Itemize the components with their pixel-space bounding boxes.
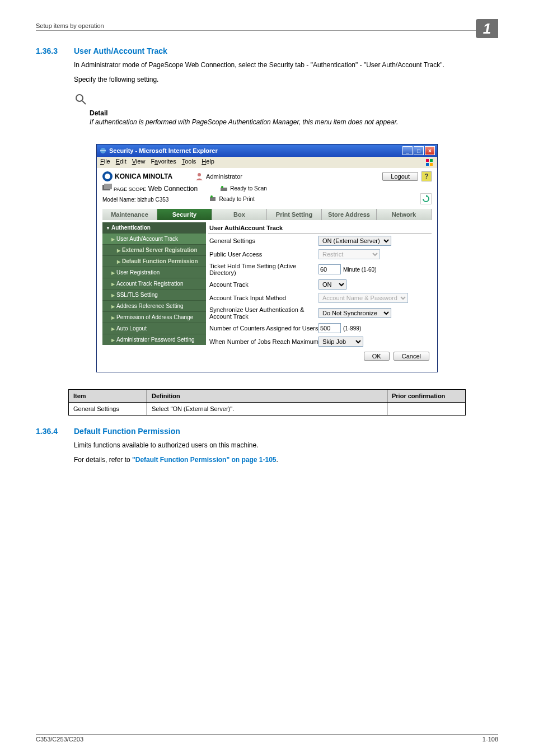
svg-point-0 — [76, 95, 83, 101]
row-input-method: Account Track Input Method Account Name … — [208, 291, 432, 305]
section-number-2: 1.36.4 — [36, 427, 74, 436]
row-ticket: Ticket Hold Time Setting (Active Directo… — [208, 261, 432, 278]
tab-security[interactable]: Security — [157, 209, 212, 220]
label-general-settings: General Settings — [209, 237, 318, 244]
browser-titlebar: Security - Microsoft Internet Explorer _… — [97, 144, 437, 157]
tab-maintenance[interactable]: Maintenance — [102, 209, 157, 220]
brand-row: KONICA MINOLTA Administrator Logout ? — [102, 171, 432, 181]
section-heading: 1.36.3 User Auth/Account Track — [36, 46, 498, 55]
select-public-user: Restrict — [318, 249, 380, 259]
refresh-button[interactable] — [420, 193, 432, 204]
side-menu: ▼Authentication ▶User Auth/Account Track… — [102, 222, 206, 363]
header-prior: Prior confirmation — [387, 390, 466, 403]
sidebar-item-default-function[interactable]: ▶Default Function Permission — [102, 255, 206, 267]
window-maximize-button[interactable]: □ — [414, 146, 424, 155]
row-general-settings: General Settings ON (External Server) — [208, 234, 432, 248]
page-footer: C353/C253/C203 1-108 — [36, 734, 498, 743]
sidebar-item-user-registration[interactable]: ▶User Registration — [102, 267, 206, 278]
label-sync: Synchronize User Authentication & Accoun… — [209, 306, 318, 320]
menu-edit[interactable]: Edit — [116, 158, 127, 167]
section-title: User Auth/Account Track — [74, 46, 167, 55]
admin-indicator: Administrator — [195, 172, 242, 181]
sidebar-item-account-track-reg[interactable]: ▶Account Track Registration — [102, 278, 206, 289]
row-account-track: Account Track ON — [208, 278, 432, 291]
menu-tools[interactable]: Tools — [182, 158, 196, 167]
svg-rect-3 — [426, 159, 429, 162]
status-scan: Ready to Scan — [220, 185, 267, 193]
form-panel: User Auth/Account Track General Settings… — [206, 222, 432, 363]
row-sync: Synchronize User Authentication & Accoun… — [208, 305, 432, 321]
svg-rect-4 — [430, 159, 433, 162]
svg-line-1 — [82, 101, 86, 104]
table-row: General Settings Select "ON (External Se… — [69, 403, 466, 416]
running-head-text: Setup items by operation — [36, 22, 104, 29]
cross-reference-link[interactable]: "Default Function Permission" on page 1-… — [132, 456, 276, 464]
sec2-para1: Limits functions available to authorized… — [74, 440, 498, 450]
browser-title: Security - Microsoft Internet Explorer — [109, 147, 401, 154]
input-counters[interactable] — [318, 323, 341, 333]
svg-rect-9 — [104, 184, 112, 189]
label-public-user: Public User Access — [209, 251, 318, 258]
tab-network[interactable]: Network — [377, 209, 432, 220]
sidebar-item-ssl-tls[interactable]: ▶SSL/TLS Setting — [102, 289, 206, 300]
row-counters: Number of Counters Assigned for Users (1… — [208, 321, 432, 335]
definition-table: Item Definition Prior confirmation Gener… — [68, 389, 466, 416]
menu-help[interactable]: Help — [202, 158, 214, 167]
window-minimize-button[interactable]: _ — [402, 146, 413, 155]
input-ticket[interactable] — [318, 264, 341, 274]
km-globe-icon — [102, 171, 113, 181]
detail-note: Detail If authentication is performed wi… — [74, 92, 498, 127]
chapter-tab: 1 — [476, 19, 498, 38]
cancel-button[interactable]: Cancel — [394, 352, 429, 361]
sidebar-item-user-auth[interactable]: ▶User Auth/Account Track — [102, 233, 206, 244]
menu-file[interactable]: File — [100, 158, 110, 167]
select-sync[interactable]: Do Not Synchronize — [318, 308, 391, 318]
ie-flag-icon — [425, 158, 434, 167]
browser-menubar: File Edit View Favorites Tools Help — [97, 157, 437, 168]
cell-item: General Settings — [69, 403, 147, 416]
magnifier-icon — [74, 92, 87, 106]
help-button[interactable]: ? — [421, 171, 432, 181]
select-general-settings[interactable]: ON (External Server) — [318, 236, 391, 246]
select-input-method: Account Name & Password — [318, 293, 408, 303]
label-ticket: Ticket Hold Time Setting (Active Directo… — [209, 263, 318, 276]
tab-store-address[interactable]: Store Address — [322, 209, 377, 220]
sidebar-item-admin-password[interactable]: ▶Administrator Password Setting — [102, 334, 206, 345]
tab-box[interactable]: Box — [212, 209, 267, 220]
menu-favorites[interactable]: Favorites — [151, 158, 176, 167]
header-item: Item — [69, 390, 147, 403]
sidebar-item-permission-address[interactable]: ▶Permission of Address Change — [102, 311, 206, 323]
select-maxjob[interactable]: Skip Job — [318, 337, 363, 347]
product-name-row: PAGE SCOPE Web Connection Ready to Scan — [102, 184, 432, 193]
svg-rect-6 — [430, 163, 433, 166]
logout-button[interactable]: Logout — [382, 172, 418, 181]
sidemenu-head-authentication[interactable]: ▼Authentication — [102, 222, 206, 233]
sidebar-item-auto-logout[interactable]: ▶Auto Logout — [102, 323, 206, 334]
footer-right: 1-108 — [483, 736, 498, 743]
row-maxjob: When Number of Jobs Reach Maximum Skip J… — [208, 335, 432, 348]
running-head: Setup items by operation 1 — [36, 22, 498, 31]
menu-view[interactable]: View — [132, 158, 146, 167]
browser-window: Security - Microsoft Internet Explorer _… — [96, 144, 438, 372]
sec2-para2: For details, refer to "Default Function … — [74, 455, 498, 465]
unit-counters: (1-999) — [343, 325, 361, 332]
section-title-2: Default Function Permission — [74, 427, 180, 436]
tab-print-setting[interactable]: Print Setting — [267, 209, 322, 220]
detail-text: If authentication is performed with Page… — [90, 117, 498, 127]
window-close-button[interactable]: × — [425, 146, 435, 155]
konica-minolta-logo: KONICA MINOLTA — [102, 171, 172, 181]
svg-point-11 — [221, 186, 223, 188]
unit-ticket: Minute (1-60) — [343, 267, 376, 273]
cell-definition: Select "ON (External Server)". — [147, 403, 387, 416]
sidebar-item-external-server[interactable]: ▶External Server Registration — [102, 244, 206, 255]
svg-rect-12 — [210, 197, 216, 201]
sidebar-item-address-reference[interactable]: ▶Address Reference Setting — [102, 300, 206, 311]
select-account-track[interactable]: ON — [318, 279, 346, 290]
ie-small-icon — [99, 147, 107, 155]
header-definition: Definition — [147, 390, 387, 403]
main-tabs: Maintenance Security Box Print Setting S… — [102, 209, 432, 220]
svg-rect-10 — [221, 188, 227, 191]
administrator-icon — [195, 172, 204, 181]
svg-point-7 — [198, 173, 201, 176]
ok-button[interactable]: OK — [364, 352, 390, 361]
